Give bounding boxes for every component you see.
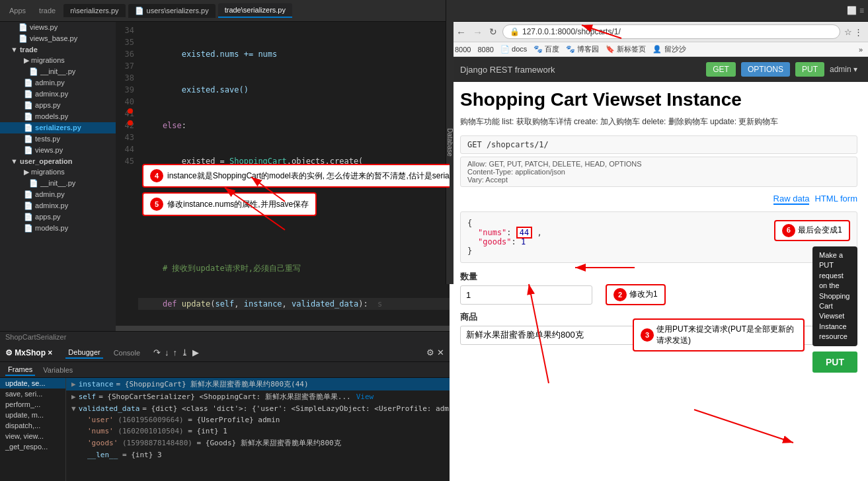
annotation-4: 4 instance就是ShoppingCart的model表的实例, 怎么传进… [142, 164, 450, 188]
put-button[interactable]: PUT [812, 352, 857, 373]
annotation-3: 3 使用PUT来提交请求(PUT是全部更新的请求发送) [633, 318, 805, 352]
tab-serializers-users[interactable]: 📄users\serializers.py [128, 4, 216, 18]
drf-form: 数量 2 修改为1 商品 [450, 266, 868, 378]
drf-btn1[interactable]: GET [706, 62, 736, 77]
frame-item-save[interactable]: save, seri... [0, 388, 65, 399]
scrollbar-bottom[interactable] [116, 326, 450, 331]
code-editor: 343536373839 4041 42 434445 existed.nums… [116, 22, 450, 331]
drf-vary: Vary: Accept [467, 176, 850, 184]
bookmarks-more[interactable]: » [859, 46, 863, 54]
url-bar[interactable]: 🔒 127.0.0.1:8000/shopcarts/1/ 1 添加id参数来访… [502, 24, 840, 39]
frame-item-update[interactable]: update, se... [0, 378, 65, 388]
settings-btn[interactable]: ⚙ [426, 348, 434, 357]
step-out-btn[interactable]: ↑ [173, 348, 178, 357]
app-title-badge: ⚙ MxShop × [5, 348, 52, 357]
code-line-39 [138, 227, 450, 239]
sidebar-item-admin-trade[interactable]: 📄 admin.py [0, 77, 116, 89]
annotation-5-circle: 5 [150, 198, 163, 211]
drf-raw-data-tab[interactable]: Raw data [773, 194, 810, 205]
code-line-41: def update(self, instance, validated_dat… [138, 298, 450, 310]
frame-item-view[interactable]: view, view... [0, 431, 65, 441]
run-to-cursor-btn[interactable]: ⤓ [181, 348, 188, 357]
frames-tab[interactable]: Frames [5, 364, 35, 376]
var-goods[interactable]: 'goods' (15998878148480) = {Goods} 新鲜水果甜… [66, 437, 450, 449]
split-editor-btn[interactable]: ⬜ [847, 6, 857, 15]
sidebar-item-tests-trade[interactable]: 📄 tests.py [0, 133, 116, 145]
drf-content-tabs: Raw data HTML form [450, 190, 868, 209]
bookmark-baidu[interactable]: 🐾 百度 [533, 44, 559, 54]
annotation-5: 5 修改instance.nums的属性,并用save保存 [142, 192, 317, 216]
file-tree: 📄 views.py 📄 views_base.py ▼ trade ▶ mig… [0, 22, 116, 331]
lock-icon: 🔒 [510, 27, 520, 36]
sidebar-item-admin-userop[interactable]: 📄 admin.py [0, 189, 116, 200]
sidebar-item-adminx-userop[interactable]: 📄 adminx.py [0, 200, 116, 211]
annotation-4-text: instance就是ShoppingCart的model表的实例, 怎么传进来的… [167, 170, 450, 182]
sidebar-item-init-userop[interactable]: 📄 __init__.py [0, 178, 116, 189]
drf-get-bar: GET /shopcarts/1/ [460, 135, 857, 154]
drf-admin-label[interactable]: admin ▾ [830, 65, 857, 74]
drf-field-input-nums[interactable] [460, 285, 592, 305]
step-over-btn[interactable]: ↷ [153, 348, 161, 357]
var-len[interactable]: __len__ = {int} 3 [66, 449, 450, 461]
variables-tab[interactable]: Variables [40, 365, 75, 375]
resume-btn[interactable]: ▶ [192, 348, 199, 357]
drf-content: Django REST framework GET OPTIONS PUT ad… [450, 57, 868, 481]
forward-btn[interactable]: → [471, 25, 484, 39]
drf-content-type: Content-Type: application/json [467, 168, 850, 176]
sidebar-item-migrations[interactable]: ▶ migrations [0, 55, 116, 66]
tab-trade[interactable]: trade [34, 4, 61, 17]
ide-panel: 📄 views.py 📄 views_base.py ▼ trade ▶ mig… [0, 22, 450, 481]
sidebar-item-apps-trade[interactable]: 📄 apps.py [0, 100, 116, 111]
url-text: 127.0.0.1:8000/shopcarts/1/ [522, 27, 621, 36]
sidebar-folder-user-op[interactable]: ▼ user_operation [0, 156, 116, 166]
bookmark-liusha[interactable]: 👤 留沙沙 [652, 44, 686, 54]
frame-item-perform[interactable]: perform_... [0, 399, 65, 410]
sidebar-item-models-trade[interactable]: 📄 models.py [0, 111, 116, 122]
star-btn[interactable]: ☆ [844, 27, 852, 37]
sidebar-item-views-trade[interactable]: 📄 views.py [0, 145, 116, 156]
bookmark-bokeyuan[interactable]: 🐾 博客园 [566, 44, 599, 54]
frame-item-update2[interactable]: update, m... [0, 410, 65, 420]
step-into-btn[interactable]: ↓ [165, 348, 169, 357]
sidebar-item-init-trade[interactable]: 📄 __init__.py [0, 66, 116, 77]
tab-serializers-trade[interactable]: trade\serializers.py [218, 3, 292, 18]
var-self[interactable]: ▶ self = {ShopCartSerializer} <ShoppingC… [66, 390, 450, 403]
var-instance-toggle: ▶ [71, 380, 76, 388]
sidebar-item-adminx-trade[interactable]: 📄 adminx.py [0, 89, 116, 100]
refresh-btn[interactable]: ↻ [488, 25, 498, 38]
sidebar-item-models-userop[interactable]: 📄 models.py [0, 223, 116, 234]
var-user[interactable]: 'user' (1601956009664) = {UserProfile} a… [66, 414, 450, 426]
sidebar-item-views[interactable]: 📄 views.py [0, 22, 116, 33]
debugger-tab[interactable]: Debugger [65, 347, 102, 359]
frame-item-get[interactable]: _get_respo... [0, 441, 65, 452]
code-status-bar: ShopCartSerializer [0, 331, 450, 342]
drf-btn2[interactable]: OPTIONS [741, 62, 790, 77]
back-btn[interactable]: ← [455, 25, 467, 39]
sidebar-item-views-base[interactable]: 📄 views_base.py [0, 33, 116, 44]
tab-apps[interactable]: Apps [4, 4, 31, 17]
close-debugger-btn[interactable]: ✕ [437, 348, 444, 357]
console-tab[interactable]: Console [111, 348, 143, 358]
var-validated-data[interactable]: ▼ validated_data = {dict} <class 'dict'>… [66, 403, 450, 414]
var-nums[interactable]: 'nums' (1602001010504) = {int} 1 [66, 426, 450, 437]
sidebar-item-apps-userop[interactable]: 📄 apps.py [0, 211, 116, 223]
sidebar-folder-trade[interactable]: ▼ trade [0, 44, 116, 55]
drf-btn3[interactable]: PUT [795, 62, 824, 77]
bookmark-8080[interactable]: 8080 [477, 46, 493, 54]
drf-framework-title: Django REST framework [460, 65, 555, 75]
menu-btn[interactable]: ⋮ [854, 27, 863, 37]
put-tooltip-text: Make a PUT request on the Shopping Cart … [819, 251, 850, 340]
sidebar-item-migrations-userop[interactable]: ▶ migrations [0, 166, 116, 178]
debugger-sub-tabs: Frames Variables [0, 362, 450, 378]
annotation-2-text: 修改为1 [629, 289, 658, 300]
annotation-5-text: 修改instance.nums的属性,并用save保存 [167, 199, 309, 210]
bookmark-docs[interactable]: 📄 docs [500, 45, 527, 54]
drf-html-form-tab[interactable]: HTML form [814, 194, 857, 205]
sidebar-item-serializers-trade[interactable]: 📄 serializers.py [0, 122, 116, 133]
bookmark-newtab[interactable]: 🔖 新标签页 [606, 44, 646, 54]
bookmark-8000[interactable]: 8000 [455, 46, 471, 54]
var-instance[interactable]: ▶ instance = {ShoppingCart} 新鲜水果甜蜜香脆单果约8… [66, 378, 450, 390]
frame-item-dispatch[interactable]: dispatch,... [0, 420, 65, 431]
database-tab[interactable]: Database [446, 0, 454, 284]
tab-serializers-n[interactable]: n\serializers.py [63, 4, 125, 17]
